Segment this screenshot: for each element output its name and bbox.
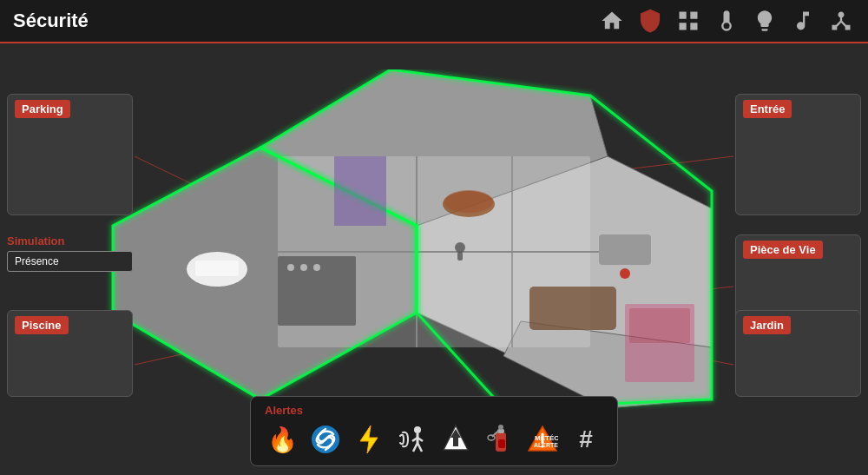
hash-alert-icon[interactable]: #: [569, 422, 603, 457]
svg-rect-15: [195, 261, 239, 276]
simulation-label: Simulation: [7, 234, 133, 247]
jardin-title: Jardin: [743, 316, 791, 334]
svg-point-27: [300, 264, 307, 271]
page-title: Sécurité: [13, 10, 89, 32]
svg-text:MÉTÉO: MÉTÉO: [535, 434, 558, 442]
svg-point-44: [498, 425, 503, 430]
jardin-panel[interactable]: Jardin: [735, 310, 861, 397]
door-alert-icon[interactable]: [438, 422, 473, 457]
piscine-panel[interactable]: Piscine: [7, 310, 133, 397]
piece-de-vie-title: Pièce de Vie: [743, 241, 823, 259]
main-content: Parking Entrée Pièce de Vie Piscine Jard…: [0, 43, 868, 475]
svg-rect-20: [603, 239, 647, 261]
svg-rect-40: [453, 438, 458, 446]
alerts-icons: 🔥: [265, 422, 603, 457]
piscine-title: Piscine: [15, 316, 69, 334]
entree-panel[interactable]: Entrée: [735, 94, 861, 215]
parking-panel[interactable]: Parking: [7, 94, 133, 215]
svg-rect-18: [529, 287, 616, 330]
simulation-input[interactable]: [7, 251, 133, 272]
svg-rect-23: [457, 252, 463, 261]
svg-rect-47: [498, 439, 505, 448]
alerts-bar: Alertes 🔥: [250, 396, 618, 466]
svg-line-37: [413, 443, 418, 452]
network-icon[interactable]: [827, 7, 855, 35]
svg-point-28: [313, 264, 320, 271]
home-icon[interactable]: [598, 7, 626, 35]
parking-title: Parking: [15, 100, 70, 118]
fire-extinguisher-alert-icon[interactable]: [482, 422, 516, 457]
temperature-icon[interactable]: [713, 7, 740, 35]
simulation-box: Simulation: [7, 234, 133, 272]
svg-point-24: [620, 268, 630, 279]
light-icon[interactable]: [751, 7, 779, 35]
water-alert-icon[interactable]: [308, 422, 343, 457]
svg-point-22: [455, 242, 465, 253]
svg-rect-30: [629, 308, 690, 343]
svg-point-52: [542, 445, 544, 448]
fire-alert-icon[interactable]: 🔥: [265, 422, 299, 457]
svg-point-26: [287, 264, 294, 271]
security-icon[interactable]: [636, 7, 664, 35]
header: Sécurité: [0, 0, 868, 43]
alerts-title: Alertes: [265, 404, 303, 417]
svg-point-33: [414, 426, 421, 433]
lightning-alert-icon[interactable]: [352, 422, 386, 457]
header-nav: [598, 7, 855, 35]
svg-rect-21: [334, 156, 386, 226]
grid-icon[interactable]: [674, 7, 702, 35]
svg-marker-32: [360, 426, 378, 453]
svg-point-17: [444, 190, 493, 213]
entree-title: Entrée: [743, 100, 792, 118]
music-icon[interactable]: [789, 7, 817, 35]
floorplan: [87, 69, 729, 426]
motion-alert-icon[interactable]: [395, 422, 430, 457]
svg-line-38: [418, 443, 422, 452]
svg-text:ALERTE: ALERTE: [534, 442, 558, 448]
svg-point-46: [488, 435, 495, 440]
weather-alert-icon[interactable]: ALERTE MÉTÉO: [525, 422, 560, 457]
